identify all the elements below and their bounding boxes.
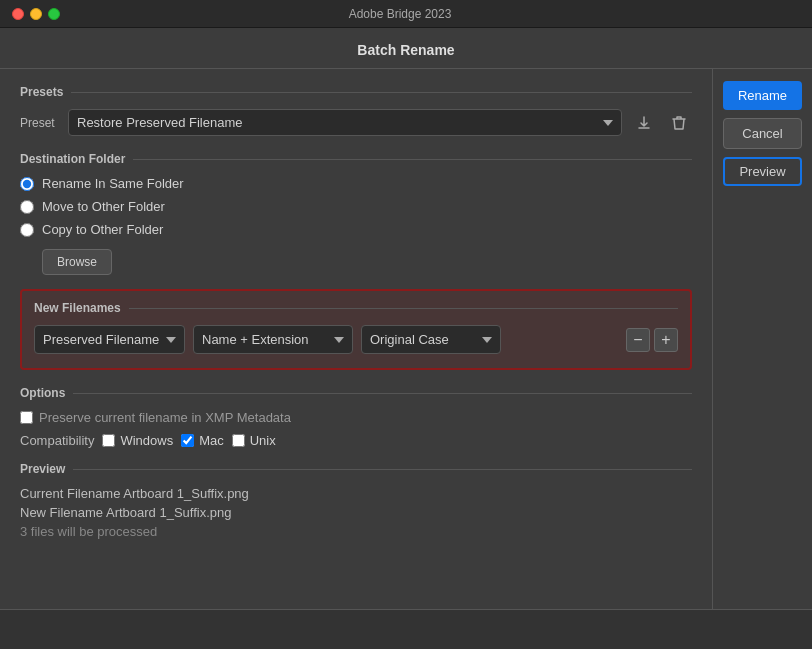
compat-mac-label: Mac bbox=[199, 433, 224, 448]
radio-copy-folder[interactable]: Copy to Other Folder bbox=[20, 222, 692, 237]
preserve-filename-label: Preserve current filename in XMP Metadat… bbox=[39, 410, 291, 425]
title-bar: Adobe Bridge 2023 bbox=[0, 0, 812, 28]
compat-unix-label: Unix bbox=[250, 433, 276, 448]
rename-button[interactable]: Rename bbox=[723, 81, 802, 110]
new-filenames-section: New Filenames Preserved Filename Text Or… bbox=[20, 289, 692, 370]
radio-same-folder-input[interactable] bbox=[20, 177, 34, 191]
compatibility-row: Compatibility Windows Mac Unix bbox=[20, 433, 692, 448]
preview-section: Preview Current Filename Artboard 1_Suff… bbox=[20, 462, 692, 539]
files-count-preview: 3 files will be processed bbox=[20, 524, 692, 539]
preset-select[interactable]: Restore Preserved Filename Default Custo… bbox=[68, 109, 622, 136]
minimize-button[interactable] bbox=[30, 8, 42, 20]
radio-same-folder[interactable]: Rename In Same Folder bbox=[20, 176, 692, 191]
new-filename-preview: New Filename Artboard 1_Suffix.png bbox=[20, 505, 692, 520]
preset-label: Preset bbox=[20, 116, 60, 130]
compat-mac-checkbox[interactable] bbox=[181, 434, 194, 447]
radio-copy-folder-label: Copy to Other Folder bbox=[42, 222, 163, 237]
new-filenames-header: New Filenames bbox=[34, 301, 678, 315]
presets-section: Presets Preset Restore Preserved Filenam… bbox=[20, 85, 692, 136]
current-filename-preview: Current Filename Artboard 1_Suffix.png bbox=[20, 486, 692, 501]
options-header: Options bbox=[20, 386, 692, 400]
preserve-filename-checkbox[interactable] bbox=[20, 411, 33, 424]
preserve-filename-row: Preserve current filename in XMP Metadat… bbox=[20, 410, 692, 425]
presets-section-header: Presets bbox=[20, 85, 692, 99]
destination-folder-section: Destination Folder Rename In Same Folder… bbox=[20, 152, 692, 275]
save-preset-button[interactable] bbox=[630, 111, 658, 135]
radio-copy-folder-input[interactable] bbox=[20, 223, 34, 237]
radio-same-folder-label: Rename In Same Folder bbox=[42, 176, 184, 191]
options-section: Options Preserve current filename in XMP… bbox=[20, 386, 692, 448]
dialog-title: Batch Rename bbox=[0, 28, 812, 69]
radio-move-folder-label: Move to Other Folder bbox=[42, 199, 165, 214]
add-remove-buttons: − + bbox=[626, 328, 678, 352]
remove-row-button[interactable]: − bbox=[626, 328, 650, 352]
app-title: Adobe Bridge 2023 bbox=[349, 7, 452, 21]
bottom-bar bbox=[0, 609, 812, 649]
compat-unix-item: Unix bbox=[232, 433, 276, 448]
compatibility-label: Compatibility bbox=[20, 433, 94, 448]
compat-windows-label: Windows bbox=[120, 433, 173, 448]
cancel-button[interactable]: Cancel bbox=[723, 118, 802, 149]
batch-rename-dialog: Batch Rename Presets Preset Restore Pres… bbox=[0, 28, 812, 649]
radio-move-folder-input[interactable] bbox=[20, 200, 34, 214]
window-controls[interactable] bbox=[12, 8, 60, 20]
filename-type-select[interactable]: Preserved Filename Text Original Filenam… bbox=[34, 325, 185, 354]
maximize-button[interactable] bbox=[48, 8, 60, 20]
filename-sub-select[interactable]: Name + Extension Name Only Extension Onl… bbox=[193, 325, 353, 354]
compat-windows-item: Windows bbox=[102, 433, 173, 448]
browse-button[interactable]: Browse bbox=[42, 249, 112, 275]
delete-preset-button[interactable] bbox=[666, 111, 692, 135]
add-row-button[interactable]: + bbox=[654, 328, 678, 352]
preview-header: Preview bbox=[20, 462, 692, 476]
sidebar-buttons: Rename Cancel Preview bbox=[712, 69, 812, 609]
compat-unix-checkbox[interactable] bbox=[232, 434, 245, 447]
filenames-row: Preserved Filename Text Original Filenam… bbox=[34, 325, 678, 354]
main-content: Presets Preset Restore Preserved Filenam… bbox=[0, 69, 712, 609]
compat-windows-checkbox[interactable] bbox=[102, 434, 115, 447]
close-button[interactable] bbox=[12, 8, 24, 20]
filename-case-select[interactable]: Original Case Uppercase Lowercase Title … bbox=[361, 325, 501, 354]
presets-row: Preset Restore Preserved Filename Defaul… bbox=[20, 109, 692, 136]
radio-move-folder[interactable]: Move to Other Folder bbox=[20, 199, 692, 214]
destination-folder-header: Destination Folder bbox=[20, 152, 692, 166]
compat-mac-item: Mac bbox=[181, 433, 224, 448]
dialog-body: Presets Preset Restore Preserved Filenam… bbox=[0, 69, 812, 609]
preview-button[interactable]: Preview bbox=[723, 157, 802, 186]
